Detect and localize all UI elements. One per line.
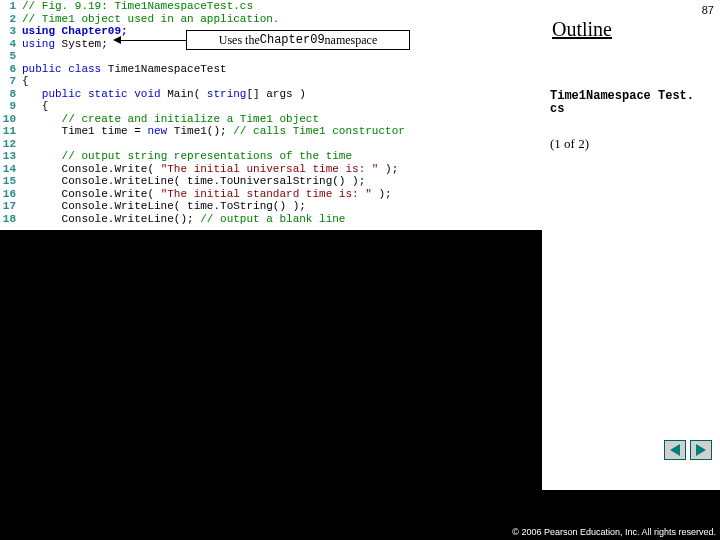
line-number: 11 <box>0 125 22 138</box>
code-line: 5 <box>0 50 542 63</box>
line-number: 3 <box>0 25 22 38</box>
line-number: 5 <box>0 50 22 63</box>
code-text: public static void Main( string[] args ) <box>22 88 542 101</box>
line-number: 2 <box>0 13 22 26</box>
code-line: 18 Console.WriteLine(); // output a blan… <box>0 213 542 226</box>
code-text: Console.Write( "The initial universal ti… <box>22 163 542 176</box>
outline-panel: 87 Outline Time1Namespace Test. cs (1 of… <box>542 0 720 490</box>
code-text: // Time1 object used in an application. <box>22 13 542 26</box>
next-button[interactable] <box>690 440 712 460</box>
callout-arrow-line <box>118 40 186 41</box>
code-text: public class Time1NamespaceTest <box>22 63 542 76</box>
line-number: 10 <box>0 113 22 126</box>
line-number: 6 <box>0 63 22 76</box>
code-line: 14 Console.Write( "The initial universal… <box>0 163 542 176</box>
code-line: 12 <box>0 138 542 151</box>
nav-buttons <box>664 440 712 460</box>
code-text <box>22 50 542 63</box>
callout-text-post: namespace <box>325 33 378 48</box>
line-number: 8 <box>0 88 22 101</box>
code-text: // create and initialize a Time1 object <box>22 113 542 126</box>
code-text: { <box>22 75 542 88</box>
code-line: 8 public static void Main( string[] args… <box>0 88 542 101</box>
code-line: 6public class Time1NamespaceTest <box>0 63 542 76</box>
line-number: 13 <box>0 150 22 163</box>
line-number: 16 <box>0 188 22 201</box>
prev-button[interactable] <box>664 440 686 460</box>
code-text: Console.WriteLine( time.ToString() ); <box>22 200 542 213</box>
triangle-right-icon <box>696 444 706 456</box>
line-number: 14 <box>0 163 22 176</box>
code-text <box>22 138 542 151</box>
filename-line1: Time1Namespace Test. <box>550 89 694 103</box>
callout-text-mono: Chapter09 <box>260 33 325 47</box>
code-line: 7{ <box>0 75 542 88</box>
code-text: Console.WriteLine(); // output a blank l… <box>22 213 542 226</box>
code-text: // Fig. 9.19: Time1NamespaceTest.cs <box>22 0 542 13</box>
triangle-left-icon <box>670 444 680 456</box>
line-number: 12 <box>0 138 22 151</box>
code-line: 10 // create and initialize a Time1 obje… <box>0 113 542 126</box>
code-line: 9 { <box>0 100 542 113</box>
code-line: 16 Console.Write( "The initial standard … <box>0 188 542 201</box>
line-number: 17 <box>0 200 22 213</box>
part-indicator: (1 of 2) <box>550 136 589 152</box>
code-line: 1// Fig. 9.19: Time1NamespaceTest.cs <box>0 0 542 13</box>
code-text: { <box>22 100 542 113</box>
callout-arrow-head-icon <box>113 36 121 44</box>
code-line: 17 Console.WriteLine( time.ToString() ); <box>0 200 542 213</box>
outline-heading: Outline <box>552 18 612 41</box>
code-text: Console.Write( "The initial standard tim… <box>22 188 542 201</box>
code-line: 11 Time1 time = new Time1(); // calls Ti… <box>0 125 542 138</box>
code-line: 2// Time1 object used in an application. <box>0 13 542 26</box>
callout-box: Uses the Chapter09 namespace <box>186 30 410 50</box>
copyright-text: © 2006 Pearson Education, Inc. All right… <box>512 527 716 538</box>
code-text: // output string representations of the … <box>22 150 542 163</box>
line-number: 1 <box>0 0 22 13</box>
line-number: 15 <box>0 175 22 188</box>
page-number: 87 <box>702 4 714 16</box>
code-text: Time1 time = new Time1(); // calls Time1… <box>22 125 542 138</box>
code-text: Console.WriteLine( time.ToUniversalStrin… <box>22 175 542 188</box>
line-number: 4 <box>0 38 22 51</box>
line-number: 7 <box>0 75 22 88</box>
line-number: 18 <box>0 213 22 226</box>
filename-line2: cs <box>550 102 564 116</box>
code-line: 15 Console.WriteLine( time.ToUniversalSt… <box>0 175 542 188</box>
line-number: 9 <box>0 100 22 113</box>
callout-text-pre: Uses the <box>219 33 260 48</box>
filename-label: Time1Namespace Test. cs <box>550 90 694 116</box>
code-line: 13 // output string representations of t… <box>0 150 542 163</box>
